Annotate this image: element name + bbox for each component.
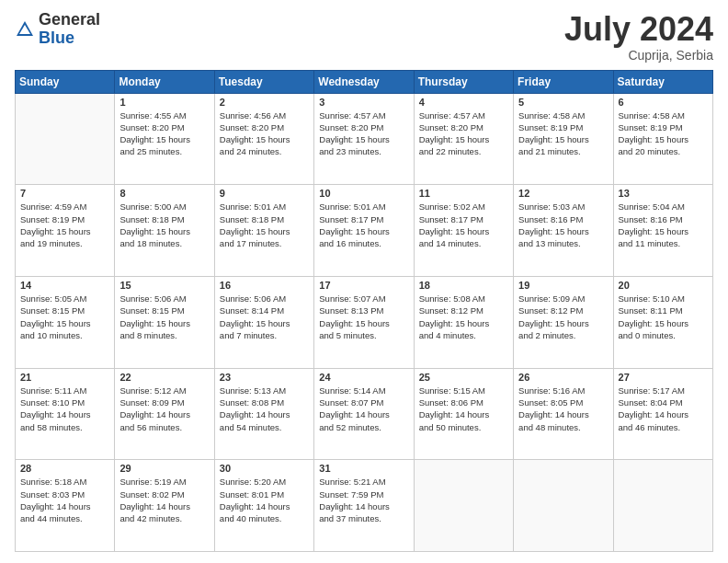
calendar-cell	[16, 93, 115, 185]
day-number: 21	[20, 372, 109, 383]
calendar-cell: 14Sunrise: 5:05 AM Sunset: 8:15 PM Dayli…	[16, 276, 115, 368]
day-info: Sunrise: 5:08 AM Sunset: 8:12 PM Dayligh…	[419, 293, 508, 341]
day-number: 13	[619, 188, 708, 199]
day-number: 20	[619, 280, 708, 291]
calendar-week-1: 1Sunrise: 4:55 AM Sunset: 8:20 PM Daylig…	[16, 93, 713, 185]
title-block: July 2024 Cuprija, Serbia	[564, 11, 713, 63]
day-number: 15	[119, 280, 209, 291]
calendar-cell: 22Sunrise: 5:12 AM Sunset: 8:09 PM Dayli…	[115, 368, 214, 460]
day-number: 16	[220, 280, 309, 291]
calendar-cell: 30Sunrise: 5:20 AM Sunset: 8:01 PM Dayli…	[214, 460, 313, 552]
calendar-cell	[613, 460, 712, 552]
col-saturday: Saturday	[613, 70, 712, 93]
location: Cuprija, Serbia	[564, 48, 713, 63]
day-info: Sunrise: 5:01 AM Sunset: 8:18 PM Dayligh…	[220, 201, 309, 249]
day-number: 2	[220, 97, 309, 108]
day-number: 24	[319, 372, 408, 383]
day-number: 1	[119, 97, 209, 108]
logo-blue-text: Blue	[39, 29, 100, 48]
day-info: Sunrise: 5:03 AM Sunset: 8:16 PM Dayligh…	[518, 201, 608, 249]
day-info: Sunrise: 5:15 AM Sunset: 8:06 PM Dayligh…	[419, 385, 508, 433]
day-info: Sunrise: 5:13 AM Sunset: 8:08 PM Dayligh…	[220, 385, 309, 433]
day-info: Sunrise: 5:04 AM Sunset: 8:16 PM Dayligh…	[619, 201, 708, 249]
day-number: 25	[419, 372, 508, 383]
day-number: 4	[419, 97, 508, 108]
day-info: Sunrise: 5:11 AM Sunset: 8:10 PM Dayligh…	[20, 385, 109, 433]
day-info: Sunrise: 4:59 AM Sunset: 8:19 PM Dayligh…	[20, 201, 109, 249]
logo: General Blue	[15, 11, 100, 48]
col-sunday: Sunday	[16, 70, 115, 93]
day-info: Sunrise: 4:57 AM Sunset: 8:20 PM Dayligh…	[419, 109, 508, 158]
day-number: 29	[119, 463, 209, 474]
day-number: 11	[419, 188, 508, 199]
calendar-cell: 12Sunrise: 5:03 AM Sunset: 8:16 PM Dayli…	[514, 185, 613, 277]
calendar-cell: 31Sunrise: 5:21 AM Sunset: 7:59 PM Dayli…	[314, 460, 414, 552]
day-number: 3	[319, 97, 408, 108]
calendar-cell: 3Sunrise: 4:57 AM Sunset: 8:20 PM Daylig…	[314, 93, 414, 185]
day-number: 14	[20, 280, 109, 291]
day-info: Sunrise: 5:00 AM Sunset: 8:18 PM Dayligh…	[119, 201, 209, 249]
calendar-cell: 11Sunrise: 5:02 AM Sunset: 8:17 PM Dayli…	[414, 185, 513, 277]
month-year: July 2024	[564, 11, 713, 48]
calendar-week-2: 7Sunrise: 4:59 AM Sunset: 8:19 PM Daylig…	[16, 185, 713, 277]
calendar-cell: 29Sunrise: 5:19 AM Sunset: 8:02 PM Dayli…	[115, 460, 214, 552]
day-info: Sunrise: 5:19 AM Sunset: 8:02 PM Dayligh…	[119, 476, 209, 524]
day-number: 6	[619, 97, 708, 108]
day-info: Sunrise: 5:06 AM Sunset: 8:15 PM Dayligh…	[119, 293, 209, 341]
day-info: Sunrise: 4:57 AM Sunset: 8:20 PM Dayligh…	[319, 109, 408, 158]
calendar-cell: 23Sunrise: 5:13 AM Sunset: 8:08 PM Dayli…	[214, 368, 313, 460]
day-info: Sunrise: 5:12 AM Sunset: 8:09 PM Dayligh…	[119, 385, 209, 433]
day-number: 27	[619, 372, 708, 383]
day-info: Sunrise: 5:09 AM Sunset: 8:12 PM Dayligh…	[518, 293, 608, 341]
day-number: 22	[119, 372, 209, 383]
calendar-cell: 27Sunrise: 5:17 AM Sunset: 8:04 PM Dayli…	[613, 368, 712, 460]
calendar-cell	[414, 460, 513, 552]
day-info: Sunrise: 5:07 AM Sunset: 8:13 PM Dayligh…	[319, 293, 408, 341]
day-info: Sunrise: 4:58 AM Sunset: 8:19 PM Dayligh…	[619, 109, 708, 158]
day-info: Sunrise: 4:58 AM Sunset: 8:19 PM Dayligh…	[518, 109, 608, 158]
logo-icon	[15, 19, 35, 40]
header: General Blue July 2024 Cuprija, Serbia	[15, 11, 713, 63]
day-info: Sunrise: 5:16 AM Sunset: 8:05 PM Dayligh…	[518, 385, 608, 433]
calendar-cell: 19Sunrise: 5:09 AM Sunset: 8:12 PM Dayli…	[514, 276, 613, 368]
calendar-cell: 21Sunrise: 5:11 AM Sunset: 8:10 PM Dayli…	[16, 368, 115, 460]
day-info: Sunrise: 4:55 AM Sunset: 8:20 PM Dayligh…	[119, 109, 209, 158]
day-info: Sunrise: 5:20 AM Sunset: 8:01 PM Dayligh…	[220, 476, 309, 524]
calendar-cell: 15Sunrise: 5:06 AM Sunset: 8:15 PM Dayli…	[115, 276, 214, 368]
day-number: 10	[319, 188, 408, 199]
calendar-cell: 26Sunrise: 5:16 AM Sunset: 8:05 PM Dayli…	[514, 368, 613, 460]
day-number: 28	[20, 463, 109, 474]
day-number: 17	[319, 280, 408, 291]
day-number: 23	[220, 372, 309, 383]
day-info: Sunrise: 4:56 AM Sunset: 8:20 PM Dayligh…	[220, 109, 309, 158]
day-info: Sunrise: 5:05 AM Sunset: 8:15 PM Dayligh…	[20, 293, 109, 341]
calendar-header-row: Sunday Monday Tuesday Wednesday Thursday…	[16, 70, 713, 93]
calendar-cell: 24Sunrise: 5:14 AM Sunset: 8:07 PM Dayli…	[314, 368, 414, 460]
day-info: Sunrise: 5:10 AM Sunset: 8:11 PM Dayligh…	[619, 293, 708, 341]
calendar-cell: 5Sunrise: 4:58 AM Sunset: 8:19 PM Daylig…	[514, 93, 613, 185]
col-tuesday: Tuesday	[214, 70, 313, 93]
calendar-cell: 16Sunrise: 5:06 AM Sunset: 8:14 PM Dayli…	[214, 276, 313, 368]
day-info: Sunrise: 5:17 AM Sunset: 8:04 PM Dayligh…	[619, 385, 708, 433]
calendar-cell: 6Sunrise: 4:58 AM Sunset: 8:19 PM Daylig…	[613, 93, 712, 185]
day-number: 19	[518, 280, 608, 291]
day-number: 30	[220, 463, 309, 474]
day-info: Sunrise: 5:21 AM Sunset: 7:59 PM Dayligh…	[319, 476, 408, 524]
calendar-week-5: 28Sunrise: 5:18 AM Sunset: 8:03 PM Dayli…	[16, 460, 713, 552]
col-wednesday: Wednesday	[314, 70, 414, 93]
day-info: Sunrise: 5:06 AM Sunset: 8:14 PM Dayligh…	[220, 293, 309, 341]
calendar-cell	[514, 460, 613, 552]
day-number: 8	[119, 188, 209, 199]
calendar-cell: 9Sunrise: 5:01 AM Sunset: 8:18 PM Daylig…	[214, 185, 313, 277]
col-monday: Monday	[115, 70, 214, 93]
day-number: 26	[518, 372, 608, 383]
logo-general-text: General	[39, 11, 100, 29]
day-info: Sunrise: 5:01 AM Sunset: 8:17 PM Dayligh…	[319, 201, 408, 249]
calendar-table: Sunday Monday Tuesday Wednesday Thursday…	[15, 70, 713, 552]
day-number: 5	[518, 97, 608, 108]
calendar-cell: 18Sunrise: 5:08 AM Sunset: 8:12 PM Dayli…	[414, 276, 513, 368]
calendar-cell: 20Sunrise: 5:10 AM Sunset: 8:11 PM Dayli…	[613, 276, 712, 368]
calendar-cell: 13Sunrise: 5:04 AM Sunset: 8:16 PM Dayli…	[613, 185, 712, 277]
day-number: 9	[220, 188, 309, 199]
day-number: 18	[419, 280, 508, 291]
